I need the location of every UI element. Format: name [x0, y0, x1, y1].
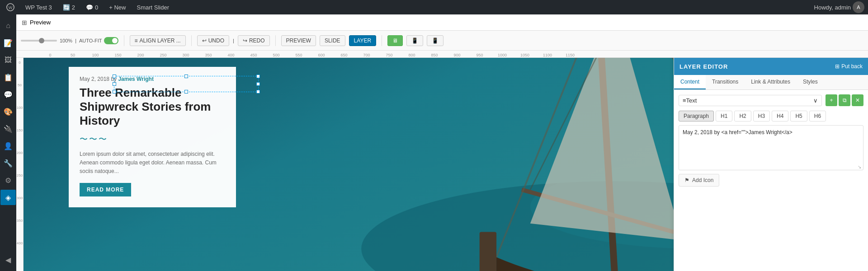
ruler-mark-50: 50 [61, 53, 84, 57]
preview-label: Preview [30, 19, 51, 26]
sidebar-item-settings[interactable]: ⚙ [0, 173, 16, 188]
text-editor-area[interactable]: May 2, 2018 by <a href="">James Wright</… [679, 125, 863, 170]
format-h4-button[interactable]: H4 [772, 111, 788, 121]
sidebar-item-posts[interactable]: 📝 [0, 35, 16, 51]
sidebar-item-appearance[interactable]: 🎨 [0, 104, 16, 119]
layer-editor-panel: LAYER EDITOR ⊞ Put back Content Transiti… [674, 58, 868, 271]
ruler-mark-600: 600 [310, 53, 333, 57]
slide-content-box: May 2, 2018 by James Wright Three Remark… [69, 67, 236, 207]
format-h3-button[interactable]: H3 [753, 111, 770, 121]
autofit-switch[interactable] [104, 37, 118, 44]
admin-bar-comments[interactable]: 💬 0 [83, 0, 101, 14]
autofit-label: AUTO-FIT [79, 38, 102, 43]
ruler-mark-700: 700 [355, 53, 378, 57]
ruler-mark-800: 800 [401, 53, 423, 57]
avatar: A [853, 1, 864, 13]
tab-styles[interactable]: Styles [797, 75, 824, 89]
zoom-thumb[interactable] [39, 38, 44, 43]
sidebar-item-media[interactable]: 🖼 [0, 52, 16, 68]
handle-mid-left[interactable] [113, 82, 116, 86]
format-h5-button[interactable]: H5 [790, 111, 807, 121]
admin-bar-site[interactable]: WP Test 3 [23, 0, 55, 14]
v-mark-250: 250 [16, 173, 23, 195]
put-back-label: Put back [841, 63, 863, 70]
text-type-select[interactable]: ≡ Text ∨ [679, 95, 822, 106]
put-back-button[interactable]: ⊞ Put back [835, 63, 863, 70]
add-icon-button[interactable]: ⚑ Add Icon [679, 174, 719, 187]
ruler-mark-1050: 1050 [514, 53, 536, 57]
text-type-row: ≡ Text ∨ + ⧉ ✕ [679, 94, 863, 106]
text-type-label: Text [686, 97, 697, 104]
comment-icon: 💬 [86, 4, 93, 11]
layer-editor-header: LAYER EDITOR ⊞ Put back [674, 58, 868, 75]
ruler-mark-100: 100 [84, 53, 107, 57]
svg-text:W: W [9, 5, 13, 10]
format-h6-button[interactable]: H6 [809, 111, 826, 121]
preview-button[interactable]: PREVIEW [281, 35, 316, 46]
v-mark-150: 150 [16, 127, 23, 150]
ruler-mark-850: 850 [423, 53, 446, 57]
admin-bar-updates[interactable]: 🔄 2 [60, 0, 78, 14]
sidebar-item-tools[interactable]: 🔧 [0, 155, 16, 171]
ruler-mark-950: 950 [468, 53, 491, 57]
add-icon-label: Add Icon [692, 177, 713, 183]
admin-bar-logo[interactable]: W [4, 0, 17, 14]
slide-button[interactable]: SLIDE [320, 35, 345, 46]
canvas-area: 0 50 100 150 200 250 300 350 400 [16, 58, 868, 271]
format-h2-button[interactable]: H2 [734, 111, 751, 121]
admin-bar-plugin[interactable]: Smart Slider [134, 0, 172, 14]
sidebar-item-pages[interactable]: 📋 [0, 70, 16, 85]
ruler-mark-400: 400 [220, 53, 242, 57]
update-count: 2 [72, 4, 75, 11]
admin-bar-new[interactable]: + New [106, 0, 128, 14]
slide-meta-text: May 2, 2018 by James Wright [80, 76, 225, 82]
layer-add-button[interactable]: + [826, 94, 837, 106]
device-desktop-button[interactable]: 🖥 [387, 35, 403, 46]
device-tablet-button[interactable]: 📱 [406, 35, 423, 46]
align-layer-button[interactable]: ≡ ALIGN LAYER ... [130, 35, 186, 46]
sidebar-item-plugins[interactable]: 🔌 [0, 121, 16, 136]
format-paragraph-button[interactable]: Paragraph [679, 111, 714, 121]
sidebar-item-dashboard[interactable]: ⌂ [0, 18, 16, 33]
svg-rect-12 [480, 232, 496, 271]
ruler-mark-450: 450 [242, 53, 265, 57]
layer-copy-button[interactable]: ⧉ [839, 94, 850, 106]
redo-button[interactable]: ↪ REDO [238, 35, 270, 46]
layer-delete-button[interactable]: ✕ [852, 94, 863, 106]
sidebar-item-collapse[interactable]: ◀ [0, 252, 16, 267]
format-h1-button[interactable]: H1 [716, 111, 732, 121]
ruler-mark-900: 900 [446, 53, 468, 57]
v-mark-300: 300 [16, 195, 23, 218]
new-label: + New [109, 4, 126, 11]
layer-button[interactable]: LAYER [349, 35, 376, 46]
sidebar-item-comments[interactable]: 💬 [0, 87, 16, 102]
add-icon-symbol: ⚑ [684, 177, 689, 183]
tab-transitions[interactable]: Transitions [706, 75, 745, 89]
v-mark-50: 50 [16, 82, 23, 105]
main-content: ⊞ Preview 100% | AUTO-FIT ≡ ALIGN LAYER … [16, 14, 868, 271]
text-type-icon: ≡ [683, 97, 686, 104]
zoom-slider[interactable] [21, 40, 57, 42]
v-mark-100: 100 [16, 105, 23, 127]
plugin-name: Smart Slider [137, 4, 169, 11]
slide-author-name: James Wright [118, 76, 153, 82]
sidebar-item-smartslider[interactable]: ◈ [0, 190, 16, 205]
undo-button[interactable]: ↩ UNDO [197, 35, 229, 46]
put-back-icon: ⊞ [835, 63, 840, 70]
device-mobile-button[interactable]: 📱 [427, 35, 443, 46]
toolbar: 100% | AUTO-FIT ≡ ALIGN LAYER ... ↩ UNDO… [16, 31, 868, 51]
tab-content[interactable]: Content [674, 75, 706, 89]
toolbar-separator-4 [382, 35, 382, 46]
tab-link-attributes[interactable]: Link & Attributes [745, 75, 797, 89]
slide-author-link[interactable]: James Wright [118, 76, 153, 82]
admin-bar-user: Howdy, admin A [814, 1, 864, 13]
resize-handle-icon[interactable]: ↘ [858, 164, 862, 169]
ruler-mark-650: 650 [333, 53, 355, 57]
sidebar-item-users[interactable]: 👤 [0, 138, 16, 154]
read-more-button[interactable]: READ MORE [80, 183, 131, 196]
autofit-toggle[interactable]: AUTO-FIT [79, 37, 118, 44]
format-buttons-row: Paragraph H1 H2 H3 H4 H5 [679, 111, 863, 121]
undo-icon: ↩ [202, 37, 207, 44]
zoom-control[interactable]: 100% | AUTO-FIT [21, 37, 118, 44]
slide-excerpt: Lorem ipsum dolor sit amet, consectetuer… [80, 150, 225, 176]
